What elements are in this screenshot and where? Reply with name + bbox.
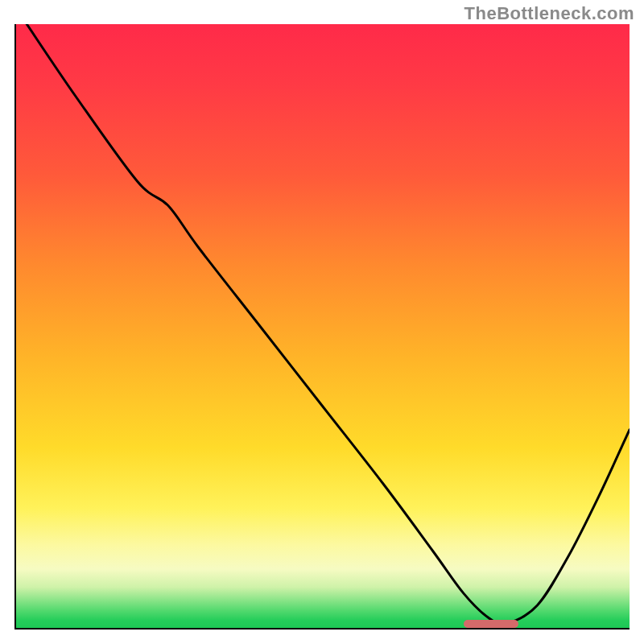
- curve-layer: [14, 24, 630, 630]
- bottleneck-curve: [27, 24, 630, 624]
- optimal-range-marker: [464, 620, 519, 628]
- chart-container: TheBottleneck.com: [0, 0, 644, 644]
- plot-area: [14, 24, 630, 630]
- watermark-text: TheBottleneck.com: [464, 3, 634, 24]
